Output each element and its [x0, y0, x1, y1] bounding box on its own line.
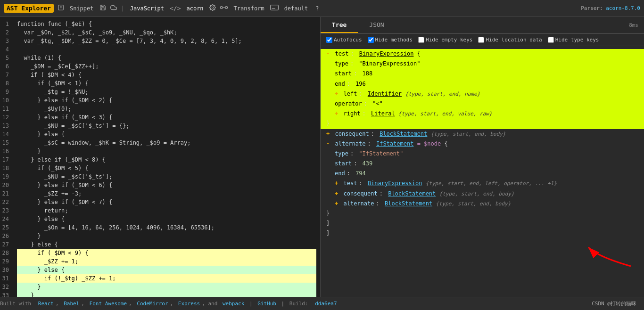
parser-label: Parser:: [581, 5, 603, 11]
tree-node[interactable]: + left: Identifier {type, start, end, na…: [321, 89, 644, 99]
autofocus-checkbox[interactable]: [326, 37, 332, 43]
code-line: [17, 45, 316, 54]
parser-version-link[interactable]: acorn-8.7.0: [606, 5, 640, 11]
line-number: 27: [2, 240, 9, 249]
hide-methods-checkbox[interactable]: [368, 37, 374, 43]
language-button[interactable]: JavaScript: [128, 4, 166, 13]
autofocus-label: Autofocus: [334, 37, 362, 43]
snippet-button[interactable]: Snippet: [68, 4, 96, 13]
logo[interactable]: AST Explorer: [4, 4, 54, 13]
line-number: 29: [2, 257, 9, 266]
node-key: type: [335, 150, 348, 157]
node-type[interactable]: IfStatement: [376, 140, 413, 147]
parser-button[interactable]: acorn: [184, 4, 205, 13]
code-content[interactable]: function func (_$eE) { var _$On, _$2L, _…: [13, 17, 320, 297]
code-line: _$tg = !_$NU;: [17, 88, 316, 96]
node-type[interactable]: BinaryExpression: [368, 180, 422, 187]
tree-node: end: 196: [321, 79, 644, 89]
code-editor: 1234567891011121314151617181920212223242…: [0, 17, 321, 297]
default-button[interactable]: default: [282, 4, 310, 13]
transform-button[interactable]: Transform: [232, 4, 266, 13]
node-key: alternate: [343, 200, 374, 207]
node-key: operator: [335, 100, 362, 107]
hide-type-checkbox[interactable]: [548, 37, 554, 43]
option-hide-empty[interactable]: Hide empty keys: [418, 37, 472, 43]
hide-empty-checkbox[interactable]: [418, 37, 424, 43]
transform-icon-shape: [220, 4, 228, 12]
tree-node[interactable]: + consequent: BlockStatement {type, star…: [321, 129, 644, 139]
tree-node[interactable]: - test: BinaryExpression {: [321, 49, 644, 59]
expand-btn[interactable]: -: [326, 50, 330, 57]
expand-btn[interactable]: +: [335, 110, 338, 117]
node-type[interactable]: BlockStatement: [385, 200, 432, 207]
code-line: }: [17, 232, 316, 240]
right-panel: Tree JSON 8ms Autofocus Hide methods Hid…: [321, 17, 644, 297]
build-hash-link[interactable]: dda6ea7: [315, 301, 337, 307]
line-number: 15: [2, 139, 9, 147]
line-number: 30: [2, 266, 9, 274]
option-hide-type[interactable]: Hide type keys: [548, 37, 599, 43]
expand-btn[interactable]: +: [335, 90, 338, 97]
express-link[interactable]: Express: [178, 301, 200, 307]
expand-btn[interactable]: +: [335, 180, 338, 187]
line-number: 7: [2, 71, 9, 79]
separator-1: |: [121, 5, 124, 12]
tree-panel[interactable]: - test: BinaryExpression {type: "BinaryE…: [321, 46, 644, 242]
tree-node[interactable]: - alternate: IfStatement = $node {: [321, 139, 644, 149]
expand-btn[interactable]: +: [335, 190, 338, 197]
code-area[interactable]: 1234567891011121314151617181920212223242…: [0, 17, 320, 297]
tree-node: start: 439: [321, 159, 644, 169]
code-line: } else {: [17, 266, 316, 274]
line-number: 20: [2, 181, 9, 189]
build-label: Build:: [289, 301, 308, 307]
node-key: alternate: [335, 140, 365, 147]
help-button[interactable]: ?: [314, 4, 321, 13]
node-type[interactable]: Literal: [371, 110, 395, 117]
svg-rect-6: [270, 5, 278, 10]
tree-node[interactable]: + right: Literal {type, start, end, valu…: [321, 109, 644, 119]
line-number: 2: [2, 28, 9, 37]
github-link[interactable]: GitHub: [257, 301, 276, 307]
save-icon: [99, 4, 106, 12]
node-type[interactable]: BinaryExpression: [359, 50, 414, 57]
webpack-link[interactable]: webpack: [223, 301, 244, 307]
node-value: 439: [363, 160, 373, 167]
line-number: 32: [2, 283, 9, 291]
option-hide-location[interactable]: Hide location data: [478, 37, 542, 43]
babel-link[interactable]: Babel: [64, 301, 79, 307]
gear-icon[interactable]: [209, 4, 216, 12]
node-meta: {type, start, end, body}: [439, 191, 514, 197]
line-number: 18: [2, 164, 9, 172]
tree-node[interactable]: + test: BinaryExpression {type, start, e…: [321, 179, 644, 188]
expand-btn[interactable]: -: [326, 140, 330, 147]
codemirror-link[interactable]: CodeMirror: [137, 301, 168, 307]
node-value: 794: [355, 170, 366, 177]
tree-node[interactable]: + alternate: BlockStatement {type, start…: [321, 199, 644, 209]
line-number: 13: [2, 122, 9, 130]
line-number: 19: [2, 172, 9, 181]
node-type[interactable]: BlockStatement: [380, 131, 427, 137]
node-key: start: [335, 160, 352, 167]
svg-point-3: [212, 7, 214, 8]
node-key: test: [343, 180, 357, 187]
node-meta: {type, start, end, body}: [431, 131, 506, 137]
fontawesome-link[interactable]: Font Awesome: [90, 301, 127, 307]
code-line: if (_$DM < 4) {: [17, 71, 316, 79]
expand-btn[interactable]: +: [335, 200, 338, 207]
tab-time: 8ms: [629, 22, 644, 28]
tab-tree[interactable]: Tree: [321, 17, 358, 33]
node-type[interactable]: BlockStatement: [388, 190, 436, 197]
node-type[interactable]: Identifier: [368, 90, 402, 97]
tree-node[interactable]: + consequent: BlockStatement {type, star…: [321, 189, 644, 199]
line-number: 4: [2, 45, 9, 54]
expand-btn[interactable]: +: [326, 131, 330, 137]
node-key: consequent: [335, 131, 369, 137]
option-hide-methods[interactable]: Hide methods: [368, 37, 413, 43]
tree-node: type: "IfStatement": [321, 149, 644, 159]
option-autofocus[interactable]: Autofocus: [326, 37, 362, 43]
react-link[interactable]: React: [38, 301, 54, 307]
hide-location-checkbox[interactable]: [478, 37, 484, 43]
tab-json[interactable]: JSON: [358, 17, 395, 33]
code-line: if (_$DM < 5) {: [17, 164, 316, 172]
code-line: } else if (_$DM < 6) {: [17, 181, 316, 189]
